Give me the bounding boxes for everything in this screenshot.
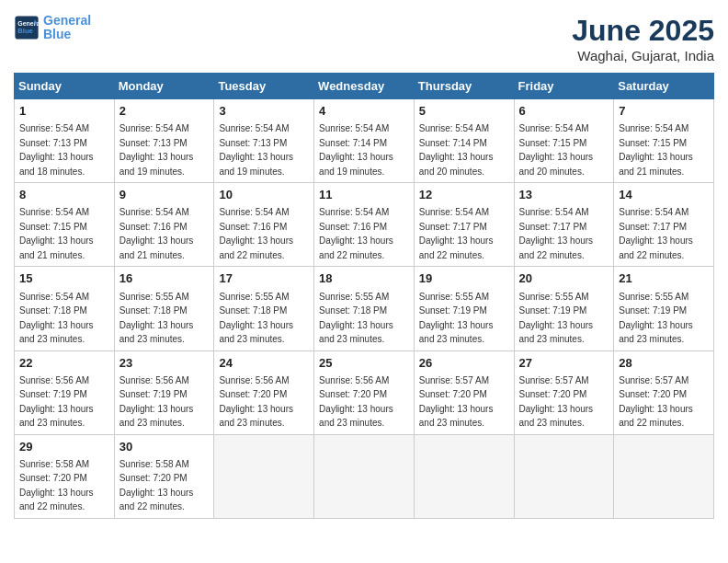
day-info: Sunrise: 5:54 AMSunset: 7:16 PMDaylight:… xyxy=(319,207,393,260)
calendar-table: SundayMondayTuesdayWednesdayThursdayFrid… xyxy=(14,73,714,519)
day-info: Sunrise: 5:54 AMSunset: 7:13 PMDaylight:… xyxy=(219,123,293,177)
calendar-cell: 7 Sunrise: 5:54 AMSunset: 7:15 PMDayligh… xyxy=(614,99,714,183)
calendar-cell: 26 Sunrise: 5:57 AMSunset: 7:20 PMDaylig… xyxy=(414,350,514,434)
calendar-subtitle: Waghai, Gujarat, India xyxy=(572,48,714,63)
calendar-cell xyxy=(214,434,314,518)
day-info: Sunrise: 5:54 AMSunset: 7:17 PMDaylight:… xyxy=(519,207,594,260)
day-info: Sunrise: 5:58 AMSunset: 7:20 PMDaylight:… xyxy=(119,459,194,512)
day-number: 30 xyxy=(119,439,210,455)
weekday-header-friday: Friday xyxy=(514,74,614,99)
calendar-cell: 3 Sunrise: 5:54 AMSunset: 7:13 PMDayligh… xyxy=(214,99,314,183)
calendar-week-5: 29 Sunrise: 5:58 AMSunset: 7:20 PMDaylig… xyxy=(15,434,714,518)
day-number: 4 xyxy=(319,103,409,120)
day-number: 16 xyxy=(119,270,210,287)
day-number: 10 xyxy=(219,187,309,203)
calendar-cell: 24 Sunrise: 5:56 AMSunset: 7:20 PMDaylig… xyxy=(214,350,314,434)
day-info: Sunrise: 5:55 AMSunset: 7:19 PMDaylight:… xyxy=(519,292,594,345)
calendar-cell: 12 Sunrise: 5:54 AMSunset: 7:17 PMDaylig… xyxy=(414,183,514,267)
calendar-cell: 30 Sunrise: 5:58 AMSunset: 7:20 PMDaylig… xyxy=(114,434,214,518)
calendar-cell: 17 Sunrise: 5:55 AMSunset: 7:18 PMDaylig… xyxy=(214,267,314,350)
weekday-header-thursday: Thursday xyxy=(414,74,514,99)
day-number: 12 xyxy=(419,187,509,203)
calendar-cell xyxy=(314,434,415,518)
calendar-cell: 27 Sunrise: 5:57 AMSunset: 7:20 PMDaylig… xyxy=(514,350,614,434)
calendar-cell: 15 Sunrise: 5:54 AMSunset: 7:18 PMDaylig… xyxy=(15,267,115,350)
day-number: 15 xyxy=(19,270,109,287)
day-info: Sunrise: 5:55 AMSunset: 7:18 PMDaylight:… xyxy=(219,292,293,345)
calendar-cell: 20 Sunrise: 5:55 AMSunset: 7:19 PMDaylig… xyxy=(514,267,614,350)
header: General Blue GeneralBlue June 2025 Wagha… xyxy=(14,14,714,63)
calendar-cell: 11 Sunrise: 5:54 AMSunset: 7:16 PMDaylig… xyxy=(314,183,415,267)
day-info: Sunrise: 5:57 AMSunset: 7:20 PMDaylight:… xyxy=(619,375,693,429)
day-number: 20 xyxy=(519,270,609,287)
calendar-cell: 29 Sunrise: 5:58 AMSunset: 7:20 PMDaylig… xyxy=(15,434,115,518)
calendar-cell: 23 Sunrise: 5:56 AMSunset: 7:19 PMDaylig… xyxy=(114,350,214,434)
day-info: Sunrise: 5:54 AMSunset: 7:17 PMDaylight:… xyxy=(419,207,494,260)
day-number: 24 xyxy=(219,355,309,372)
day-info: Sunrise: 5:56 AMSunset: 7:19 PMDaylight:… xyxy=(19,375,94,429)
day-number: 5 xyxy=(419,103,509,120)
calendar-title: June 2025 xyxy=(572,14,714,48)
calendar-body: 1 Sunrise: 5:54 AMSunset: 7:13 PMDayligh… xyxy=(15,99,714,519)
calendar-cell: 14 Sunrise: 5:54 AMSunset: 7:17 PMDaylig… xyxy=(614,183,714,267)
calendar-header-row: SundayMondayTuesdayWednesdayThursdayFrid… xyxy=(15,74,714,99)
calendar-cell: 6 Sunrise: 5:54 AMSunset: 7:15 PMDayligh… xyxy=(514,99,614,183)
day-number: 29 xyxy=(19,439,109,455)
day-info: Sunrise: 5:54 AMSunset: 7:18 PMDaylight:… xyxy=(19,292,94,345)
day-number: 25 xyxy=(319,355,409,372)
weekday-header-sunday: Sunday xyxy=(15,74,115,99)
calendar-week-3: 15 Sunrise: 5:54 AMSunset: 7:18 PMDaylig… xyxy=(15,267,714,350)
day-number: 28 xyxy=(619,355,709,372)
calendar-cell: 25 Sunrise: 5:56 AMSunset: 7:20 PMDaylig… xyxy=(314,350,415,434)
day-number: 3 xyxy=(219,103,309,120)
day-info: Sunrise: 5:54 AMSunset: 7:13 PMDaylight:… xyxy=(119,123,194,177)
calendar-cell xyxy=(514,434,614,518)
day-info: Sunrise: 5:54 AMSunset: 7:16 PMDaylight:… xyxy=(219,207,293,260)
logo-icon: General Blue xyxy=(14,15,40,40)
calendar-cell xyxy=(414,434,514,518)
weekday-header-monday: Monday xyxy=(114,74,214,99)
day-info: Sunrise: 5:56 AMSunset: 7:20 PMDaylight:… xyxy=(319,375,393,429)
day-number: 27 xyxy=(519,355,609,372)
calendar-cell: 2 Sunrise: 5:54 AMSunset: 7:13 PMDayligh… xyxy=(114,99,214,183)
calendar-cell: 13 Sunrise: 5:54 AMSunset: 7:17 PMDaylig… xyxy=(514,183,614,267)
day-number: 26 xyxy=(419,355,509,372)
day-number: 6 xyxy=(519,103,609,120)
day-info: Sunrise: 5:55 AMSunset: 7:18 PMDaylight:… xyxy=(119,292,194,345)
svg-text:Blue: Blue xyxy=(17,28,33,36)
day-info: Sunrise: 5:56 AMSunset: 7:19 PMDaylight:… xyxy=(119,375,194,429)
calendar-cell: 21 Sunrise: 5:55 AMSunset: 7:19 PMDaylig… xyxy=(614,267,714,350)
calendar-cell: 19 Sunrise: 5:55 AMSunset: 7:19 PMDaylig… xyxy=(414,267,514,350)
calendar-cell: 16 Sunrise: 5:55 AMSunset: 7:18 PMDaylig… xyxy=(114,267,214,350)
calendar-cell xyxy=(614,434,714,518)
day-number: 8 xyxy=(19,187,109,203)
day-info: Sunrise: 5:57 AMSunset: 7:20 PMDaylight:… xyxy=(419,375,494,429)
day-info: Sunrise: 5:57 AMSunset: 7:20 PMDaylight:… xyxy=(519,375,594,429)
calendar-cell: 5 Sunrise: 5:54 AMSunset: 7:14 PMDayligh… xyxy=(414,99,514,183)
day-number: 22 xyxy=(19,355,109,372)
day-number: 7 xyxy=(619,103,709,120)
day-info: Sunrise: 5:54 AMSunset: 7:13 PMDaylight:… xyxy=(19,123,94,177)
day-info: Sunrise: 5:55 AMSunset: 7:19 PMDaylight:… xyxy=(619,292,693,345)
day-number: 14 xyxy=(619,187,709,203)
calendar-week-2: 8 Sunrise: 5:54 AMSunset: 7:15 PMDayligh… xyxy=(15,183,714,267)
day-number: 19 xyxy=(419,270,509,287)
weekday-header-wednesday: Wednesday xyxy=(314,74,415,99)
calendar-cell: 10 Sunrise: 5:54 AMSunset: 7:16 PMDaylig… xyxy=(214,183,314,267)
logo-text: GeneralBlue xyxy=(43,14,91,42)
day-number: 18 xyxy=(319,270,409,287)
day-info: Sunrise: 5:54 AMSunset: 7:14 PMDaylight:… xyxy=(419,123,494,177)
logo: General Blue GeneralBlue xyxy=(14,14,91,42)
weekday-header-saturday: Saturday xyxy=(614,74,714,99)
weekday-header-tuesday: Tuesday xyxy=(214,74,314,99)
day-info: Sunrise: 5:54 AMSunset: 7:16 PMDaylight:… xyxy=(119,207,194,260)
calendar-cell: 9 Sunrise: 5:54 AMSunset: 7:16 PMDayligh… xyxy=(114,183,214,267)
day-info: Sunrise: 5:58 AMSunset: 7:20 PMDaylight:… xyxy=(19,459,94,512)
day-number: 17 xyxy=(219,270,309,287)
day-number: 23 xyxy=(119,355,210,372)
day-info: Sunrise: 5:54 AMSunset: 7:15 PMDaylight:… xyxy=(619,123,693,177)
calendar-cell: 8 Sunrise: 5:54 AMSunset: 7:15 PMDayligh… xyxy=(15,183,115,267)
title-area: June 2025 Waghai, Gujarat, India xyxy=(572,14,714,63)
calendar-week-1: 1 Sunrise: 5:54 AMSunset: 7:13 PMDayligh… xyxy=(15,99,714,183)
day-number: 11 xyxy=(319,187,409,203)
